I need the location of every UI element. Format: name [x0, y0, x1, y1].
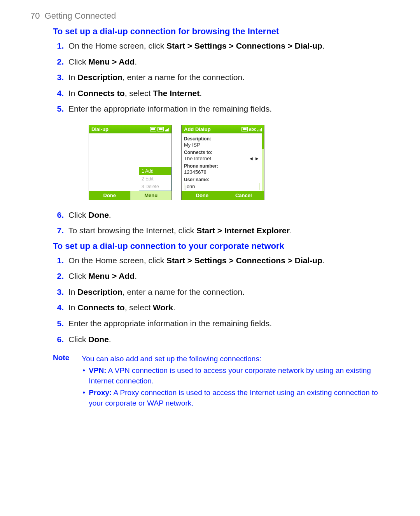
step-number: 5. [53, 317, 64, 330]
step-text: Click Done. [68, 335, 111, 344]
page-title: Getting Connected [45, 11, 116, 21]
menu-item-edit[interactable]: 2 Edit [139, 175, 171, 183]
menu-item-add[interactable]: 1 Add [139, 167, 171, 175]
phone-title-text: Add Dialup [184, 126, 211, 132]
phone-screenshot-add-dialup: Add Dialup abc Description: My ISP Conne… [181, 125, 264, 200]
step-item: 4.In Connects to, select The Internet. [53, 86, 389, 101]
phone-titlebar: Dial-up [89, 125, 172, 133]
battery-icon [158, 127, 164, 131]
status-icons: abc [242, 127, 262, 131]
step-text: To start browsing the Internet, click St… [68, 226, 292, 235]
signal-icon [165, 127, 169, 131]
step-text: Enter the appropriate information in the… [68, 104, 272, 113]
step-number: 5. [53, 103, 64, 115]
mail-icon [150, 127, 156, 131]
note-block: Note You can also add and set up the fol… [53, 353, 389, 409]
softkey-cancel[interactable]: Cancel [223, 191, 264, 200]
step-text: On the Home screen, click Start > Settin… [68, 256, 325, 265]
step-text: Click Menu > Add. [68, 57, 137, 66]
connects-to-text: The Internet [184, 156, 211, 161]
context-menu: 1 Add 2 Edit 3 Delete [139, 167, 172, 191]
softkey-done[interactable]: Done [182, 191, 223, 200]
screenshots-row: Dial-up 1 Add 2 Edit 3 Delete Done Menu … [89, 125, 389, 200]
section-title-corporate: To set up a dial-up connection to your c… [53, 241, 389, 251]
label-user-name: User name: [184, 177, 259, 182]
phone-body: Description: My ISP Connects to: The Int… [182, 133, 264, 191]
label-phone-number: Phone number: [184, 163, 259, 169]
section-title-internet: To set up a dial-up connection for brows… [53, 26, 389, 37]
step-number: 6. [53, 209, 64, 222]
note-intro: You can also add and set up the followin… [82, 353, 389, 364]
phone-screenshot-dialup: Dial-up 1 Add 2 Edit 3 Delete Done Menu [89, 125, 172, 200]
step-number: 4. [53, 87, 64, 100]
step-item: 6.Click Done. [53, 332, 389, 348]
step-item: 1.On the Home screen, click Start > Sett… [53, 38, 389, 54]
step-number: 3. [53, 286, 64, 299]
step-item: 6.Click Done. [53, 207, 389, 223]
step-number: 7. [53, 224, 64, 237]
softkey-bar: Done Cancel [182, 191, 264, 200]
step-text: In Description, enter a name for the con… [68, 73, 245, 82]
mail-icon [242, 127, 248, 131]
steps-internet-after: 6.Click Done.7.To start browsing the Int… [53, 207, 389, 239]
steps-corporate: 1.On the Home screen, click Start > Sett… [53, 253, 389, 347]
note-item: Proxy: A Proxy connection is used to acc… [82, 387, 389, 409]
dialup-form: Description: My ISP Connects to: The Int… [182, 133, 262, 191]
note-label: Note [53, 353, 69, 409]
step-item: 2.Click Menu > Add. [53, 268, 389, 284]
value-description[interactable]: My ISP [184, 142, 259, 149]
signal-icon [257, 127, 262, 131]
step-item: 2.Click Menu > Add. [53, 54, 389, 70]
step-text: Click Menu > Add. [68, 271, 137, 280]
softkey-bar: Done Menu [89, 191, 172, 200]
step-number: 3. [53, 71, 64, 84]
step-number: 6. [53, 333, 64, 346]
step-text: In Connects to, select Work. [68, 303, 175, 312]
scrollbar-thumb[interactable] [262, 133, 264, 149]
scrollbar[interactable] [262, 133, 264, 191]
note-item: VPN: A VPN connection is used to access … [82, 365, 389, 387]
label-connects-to: Connects to: [184, 150, 259, 155]
page-header: 70 Getting Connected [30, 11, 389, 21]
softkey-done[interactable]: Done [89, 191, 130, 200]
step-number: 1. [53, 40, 64, 52]
input-user-name[interactable]: john [184, 183, 259, 190]
step-item: 1.On the Home screen, click Start > Sett… [53, 253, 389, 269]
softkey-menu[interactable]: Menu [131, 191, 172, 200]
page-number: 70 [30, 11, 40, 21]
note-list: VPN: A VPN connection is used to access … [82, 365, 389, 409]
menu-item-delete[interactable]: 3 Delete [139, 183, 171, 191]
step-number: 2. [53, 270, 64, 283]
step-number: 2. [53, 56, 64, 68]
phone-title-text: Dial-up [91, 126, 108, 132]
step-text: In Connects to, select The Internet. [68, 89, 202, 98]
value-phone-number[interactable]: 12345678 [184, 169, 259, 176]
phone-body: 1 Add 2 Edit 3 Delete [89, 133, 172, 191]
step-text: Enter the appropriate information in the… [68, 319, 272, 328]
step-item: 5.Enter the appropriate information in t… [53, 316, 389, 332]
step-text: On the Home screen, click Start > Settin… [68, 41, 325, 50]
step-text: Click Done. [68, 210, 111, 219]
step-item: 7.To start browsing the Internet, click … [53, 223, 389, 239]
selector-arrows-icon[interactable]: ◀ ▶ [250, 156, 259, 161]
steps-internet: 1.On the Home screen, click Start > Sett… [53, 38, 389, 117]
status-icons [150, 127, 169, 131]
step-item: 3.In Description, enter a name for the c… [53, 284, 389, 300]
step-text: In Description, enter a name for the con… [68, 287, 245, 296]
step-item: 4.In Connects to, select Work. [53, 300, 389, 316]
step-item: 5.Enter the appropriate information in t… [53, 101, 389, 117]
label-description: Description: [184, 136, 259, 142]
phone-titlebar: Add Dialup abc [182, 125, 264, 133]
input-mode: abc [249, 127, 256, 131]
value-connects-to[interactable]: The Internet ◀ ▶ [184, 155, 259, 162]
step-number: 1. [53, 254, 64, 267]
step-item: 3.In Description, enter a name for the c… [53, 70, 389, 86]
note-content: You can also add and set up the followin… [82, 353, 389, 409]
step-number: 4. [53, 301, 64, 314]
